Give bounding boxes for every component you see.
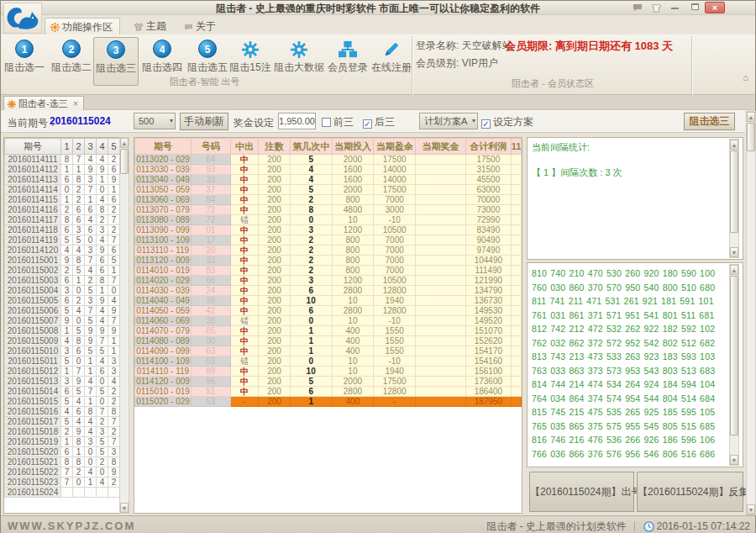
scroll-thumb[interactable] <box>730 276 738 435</box>
maximize-button[interactable] <box>686 2 703 13</box>
table-row[interactable]: 0114070 - 07985中20014001550151070 <box>135 326 522 336</box>
snipe-pick3-button[interactable]: 阻击选三 <box>684 113 735 130</box>
window-scrollbar[interactable]: ▲ ▼ <box>746 111 756 515</box>
table-row[interactable]: 2016011500361287 <box>5 276 120 286</box>
scroll-thumb[interactable] <box>120 149 129 174</box>
table-row[interactable]: 0113030 - 03993中200416001400031500 <box>135 165 522 175</box>
table-row[interactable]: 0114010 - 01983中20028007000111490 <box>135 266 522 276</box>
table-row[interactable]: 2016011411402701 <box>5 185 120 195</box>
ribbon-button-register[interactable]: 在线注册 <box>370 37 412 86</box>
table-row[interactable]: 0114100 - 10903错200010-10154160 <box>135 356 522 367</box>
stats-scrollbar[interactable]: ▲ ▼ <box>729 139 739 258</box>
scroll-down-icon[interactable]: ▼ <box>120 503 129 513</box>
table-row[interactable]: 0114110 - 11989中20010101940156100 <box>135 367 522 377</box>
table-row[interactable]: 0114120 - 00996中2005200017500173600 <box>135 377 522 387</box>
table-row[interactable]: 2016011502061053 <box>5 447 120 457</box>
table-row[interactable]: 0113020 - 02964中200520001750017500 <box>135 155 522 165</box>
table-row[interactable]: 2016011502370142 <box>5 478 120 488</box>
table-row[interactable]: 2016011501554102 <box>5 397 120 407</box>
scroll-down-icon[interactable]: ▼ <box>747 504 755 515</box>
table-row[interactable]: 2016011500654749 <box>5 306 120 316</box>
table-row[interactable]: 2016011500430510 <box>5 286 120 296</box>
table-row[interactable]: 2016011500815999 <box>5 326 120 336</box>
table-row[interactable]: 2016011411786427 <box>5 215 120 225</box>
scroll-down-icon[interactable]: ▼ <box>730 247 738 257</box>
ribbon-button-pick1[interactable]: 1 阻击选一 <box>3 37 46 86</box>
table-row[interactable]: 0113090 - 09901中200312001050083490 <box>135 225 522 235</box>
front3-checkbox[interactable]: 前三 <box>322 115 354 129</box>
table-row[interactable]: 2016011502188028 <box>5 457 120 467</box>
tab-close-icon[interactable]: × <box>73 98 78 108</box>
table-row[interactable]: 2016011501036551 <box>5 346 120 356</box>
close-button[interactable]: × <box>705 2 725 13</box>
numbers-scrollbar[interactable]: ▲ ▼ <box>729 264 739 466</box>
table-row[interactable]: 2016011500562394 <box>5 296 120 306</box>
prize-input[interactable]: 1,950.00 <box>278 113 316 129</box>
issue-number-button[interactable]: 【20160115024期】出号 <box>529 472 634 512</box>
table-row[interactable]: 2016011411863632 <box>5 225 120 235</box>
table-row[interactable]: 2016011411955047 <box>5 235 120 245</box>
table-row[interactable]: 2016011411187442 <box>5 155 120 165</box>
table-row[interactable]: 2016011501918357 <box>5 437 120 447</box>
ribbon-tab-functions[interactable]: 功能操作区 <box>45 18 120 34</box>
table-row[interactable]: 2016011411626682 <box>5 205 120 215</box>
scroll-thumb[interactable] <box>730 150 738 233</box>
ribbon-button-pick2[interactable]: 2 阻击选二 <box>50 37 93 86</box>
doc-tab-pick3[interactable]: 阻击者-选三× <box>3 96 84 110</box>
table-row[interactable]: 2016011500790547 <box>5 316 120 326</box>
table-row[interactable]: 2016011500198765 <box>5 256 120 266</box>
table-row[interactable]: 0114050 - 05942中2006280012800149530 <box>135 306 522 316</box>
table-row[interactable]: 2016011501646878 <box>5 407 120 417</box>
minimize-button[interactable] <box>666 2 683 13</box>
ribbon-tab-theme[interactable]: 主题 <box>129 18 173 34</box>
table-row[interactable]: 0113040 - 04933中200416001400045500 <box>135 175 522 185</box>
table-row[interactable]: 2016011500225461 <box>5 266 120 276</box>
table-row[interactable]: 0113050 - 05937中200520001750063000 <box>135 185 522 195</box>
manual-refresh-button[interactable]: 手动刷新 <box>180 113 228 130</box>
scroll-up-icon[interactable]: ▲ <box>730 265 738 275</box>
table-row[interactable]: 0114020 - 02966中2003120010500121990 <box>135 276 522 286</box>
table-row[interactable]: 2016011501829432 <box>5 427 120 437</box>
table-row[interactable]: 0114060 - 06938错200010-10149520 <box>135 316 522 326</box>
table-row[interactable]: 2016011502272409 <box>5 467 120 478</box>
table-row[interactable]: 20160115024 <box>5 488 120 498</box>
anti-set-button[interactable]: 【20160115024期】反集 <box>637 472 743 512</box>
table-row[interactable]: 2016011411211996 <box>5 165 120 175</box>
table-row[interactable]: 2016011411512146 <box>5 195 120 205</box>
ribbon-button-member-login[interactable]: 会员登录 <box>327 37 369 86</box>
ribbon-tab-about[interactable]: 关于 <box>179 18 223 34</box>
table-row[interactable]: 0115020 - 02953-2001400-187950 <box>135 397 522 407</box>
comment-icon[interactable] <box>629 2 646 13</box>
table-row[interactable]: 2016011501465752 <box>5 387 120 397</box>
back3-checkbox[interactable]: ✓后三 <box>363 115 395 129</box>
table-row[interactable]: 0113100 - 10917中2002800700090490 <box>135 235 522 245</box>
table-row[interactable]: 0113070 - 07972中20084800300073000 <box>135 205 522 215</box>
table-row[interactable]: 0114080 - 08900中20014001550152620 <box>135 336 522 346</box>
scroll-thumb[interactable] <box>747 123 755 151</box>
table-row[interactable]: 0113110 - 11920中2002800700097490 <box>135 245 522 256</box>
plan-select[interactable]: 计划方案A ▾ <box>419 113 478 129</box>
scroll-down-icon[interactable]: ▼ <box>730 455 738 465</box>
table-row[interactable]: 0113080 - 08972错200010-1072990 <box>135 215 522 225</box>
scroll-up-icon[interactable]: ▲ <box>730 140 738 150</box>
table-row[interactable]: 2016011500948971 <box>5 336 120 346</box>
table-row[interactable]: 2016011501150143 <box>5 356 120 367</box>
theme-shirt-icon[interactable] <box>648 2 664 13</box>
table-row[interactable]: 2016011501339404 <box>5 377 120 387</box>
table-row[interactable]: 0115010 - 01951中2006280012800186400 <box>135 387 522 397</box>
table-row[interactable]: 0114040 - 04938中20010101940136730 <box>135 296 522 306</box>
count-select[interactable]: 500 ▾ <box>134 113 176 129</box>
setplan-checkbox[interactable]: ✓设定方案 <box>481 115 533 129</box>
history-scrollbar[interactable]: ▲ ▼ <box>119 137 129 514</box>
table-row[interactable]: 2016011501217163 <box>5 367 120 377</box>
table-row[interactable]: 2016011501754427 <box>5 417 120 427</box>
table-row[interactable]: 0114030 - 03924中2006280012800134790 <box>135 286 522 296</box>
scroll-up-icon[interactable]: ▲ <box>747 112 755 122</box>
table-row[interactable]: 2016011411368319 <box>5 175 120 185</box>
table-row[interactable]: 2016011412044396 <box>5 245 120 256</box>
table-row[interactable]: 0113060 - 06984中2002800700070000 <box>135 195 522 205</box>
table-row[interactable]: 0113120 - 00933中20028007000104490 <box>135 256 522 266</box>
scroll-up-icon[interactable]: ▲ <box>120 138 129 148</box>
ribbon-collapse-icon[interactable]: ⌂ <box>743 72 748 82</box>
table-row[interactable]: 0114090 - 09963中20014001550154170 <box>135 346 522 356</box>
